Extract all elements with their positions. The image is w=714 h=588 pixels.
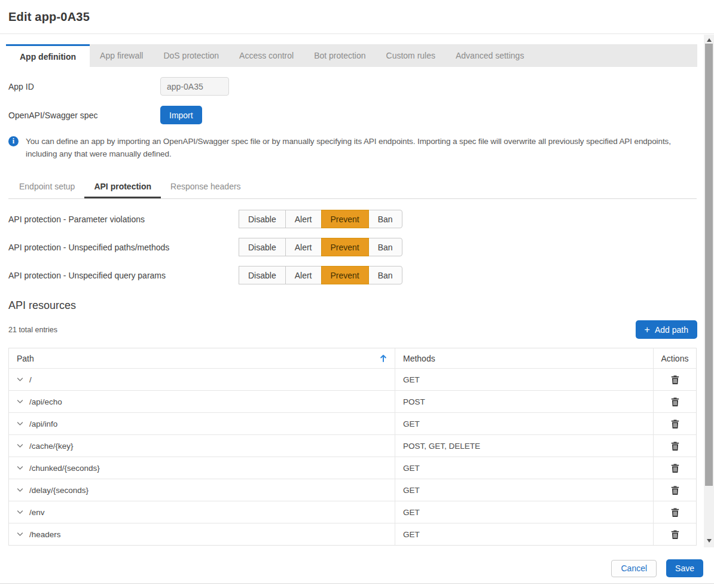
sub-tab-label: Endpoint setup [19,182,75,191]
table-row: /api/info GET [9,412,696,434]
path-value: /delay/{seconds} [29,486,89,495]
app-id-label: App ID [8,82,160,91]
delete-path-button[interactable] [669,528,681,541]
table-body: / GET [9,368,696,545]
segmented-control: Disable Alert Prevent Ban [239,238,402,256]
protection-row-unspecified-paths: API protection - Unspecified paths/metho… [8,238,704,256]
scrollbar-down-arrow[interactable] [704,537,714,545]
delete-path-button[interactable] [669,396,681,408]
segmented-option-button[interactable]: Prevent [321,210,369,228]
scrollbar-up-arrow[interactable] [704,36,714,44]
segmented-option-button[interactable]: Alert [285,210,322,228]
main-tab[interactable]: App definition [6,44,90,67]
modal-header: Edit app-0A35 [0,0,714,34]
main-tab[interactable]: Advanced settings [446,44,534,67]
methods-cell: POST, GET, DELETE [395,435,653,457]
modal-footer: Cancel Save [0,549,714,588]
segmented-option-button[interactable]: Alert [285,238,322,256]
path-cell: /chunked/{seconds} [9,457,395,479]
methods-cell: GET [395,413,653,434]
protection-row-unspecified-query-params: API protection - Unspecified query param… [8,266,704,284]
segmented-option-button[interactable]: Ban [368,210,402,228]
chevron-down-icon[interactable] [17,443,23,448]
main-tab[interactable]: Access control [229,44,304,67]
main-tab-label: App firewall [100,51,143,60]
actions-cell [653,413,696,434]
chevron-down-icon[interactable] [17,421,23,426]
path-value: /api/echo [29,397,62,406]
main-tabbar: App definition App firewall DoS protecti… [6,44,697,67]
swagger-spec-row: OpenAPI/Swagger spec Import [8,106,704,124]
add-path-button-label: Add path [655,325,688,335]
main-tab[interactable]: Custom rules [376,44,446,67]
table-row: / GET [9,368,696,390]
sub-tab-label: API protection [94,182,151,191]
import-button[interactable]: Import [160,106,202,124]
chevron-down-icon[interactable] [17,377,23,382]
actions-cell [653,457,696,479]
main-tab[interactable]: Bot protection [304,44,376,67]
segmented-option-button[interactable]: Ban [368,238,402,256]
segmented-control: Disable Alert Prevent Ban [239,210,402,228]
table-header-row: Path Methods Actions [9,348,696,368]
delete-path-button[interactable] [669,506,681,519]
chevron-down-icon[interactable] [17,399,23,404]
sort-ascending-icon[interactable] [379,354,387,363]
segmented-option-button[interactable]: Ban [368,266,402,284]
plus-icon: + [645,325,650,335]
methods-cell: GET [395,369,653,390]
main-tab-label: App definition [20,52,76,62]
delete-path-button[interactable] [669,462,681,474]
column-header-actions: Actions [653,348,696,368]
path-cell: / [9,369,395,390]
segmented-option-button[interactable]: Prevent [321,238,369,256]
segmented-option-button[interactable]: Alert [285,266,322,284]
path-cell: /delay/{seconds} [9,479,395,501]
delete-path-button[interactable] [669,373,681,386]
save-button[interactable]: Save [666,559,703,577]
actions-cell [653,523,696,545]
chevron-down-icon[interactable] [17,466,23,470]
cancel-button[interactable]: Cancel [611,560,657,577]
delete-path-button[interactable] [669,440,681,452]
path-cell: /env [9,501,395,523]
chevron-down-icon[interactable] [17,532,23,537]
methods-cell: GET [395,457,653,479]
actions-cell [653,479,696,501]
segmented-option-button[interactable]: Disable [239,266,286,284]
actions-cell [653,435,696,457]
main-tab[interactable]: DoS protection [153,44,229,67]
delete-path-button[interactable] [669,484,681,497]
app-definition-form: App ID OpenAPI/Swagger spec Import [0,77,704,124]
actions-cell [653,369,696,390]
chevron-down-icon[interactable] [17,488,23,492]
path-value: /headers [29,530,61,539]
column-header-path[interactable]: Path [9,348,395,368]
sub-tab[interactable]: Response headers [161,176,251,198]
vertical-scrollbar[interactable] [704,35,714,547]
segmented-option-button[interactable]: Disable [239,210,286,228]
sub-tab[interactable]: API protection [84,176,161,198]
scrollbar-thumb[interactable] [705,44,713,486]
chevron-down-icon[interactable] [17,510,23,514]
table-row: /delay/{seconds} GET [9,479,696,501]
api-resources-toolbar: 21 total entries + Add path [8,320,697,339]
delete-path-button[interactable] [669,418,681,430]
segmented-option-button[interactable]: Prevent [321,266,369,284]
main-tab-label: Bot protection [314,51,365,60]
add-path-button[interactable]: + Add path [636,320,697,339]
main-tab[interactable]: App firewall [90,44,153,67]
table-row: /chunked/{seconds} GET [9,457,696,479]
table-row: /cache/{key} POST, GET, DELETE [9,434,696,457]
segmented-option-button[interactable]: Disable [239,238,286,256]
swagger-spec-label: OpenAPI/Swagger spec [8,111,160,120]
api-protection-settings: API protection - Parameter violations Di… [0,210,704,284]
methods-cell: GET [395,501,653,523]
path-cell: /headers [9,523,395,545]
protection-row-label: API protection - Unspecified paths/metho… [8,243,239,252]
path-cell: /api/info [9,413,395,434]
page-title: Edit app-0A35 [8,0,90,33]
main-tab-label: Advanced settings [456,51,524,60]
app-id-input[interactable] [160,77,229,96]
sub-tab[interactable]: Endpoint setup [10,176,84,198]
